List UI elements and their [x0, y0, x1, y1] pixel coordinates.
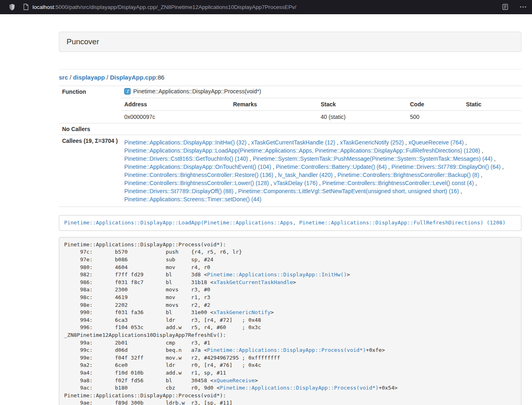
function-detail-table: Address Remarks Stack Code Static 0x0000… [121, 98, 521, 123]
col-stack: Stack [317, 98, 407, 111]
callee-link[interactable]: Pinetime::Drivers::St7789::DisplayOff() … [124, 188, 233, 194]
asm-symbol-link[interactable]: Pinetime::Applications::DisplayApp::Init… [207, 271, 347, 278]
callee-link[interactable]: Pinetime::Controllers::BrightnessControl… [337, 172, 479, 178]
address-value: 0x0000097c [121, 111, 230, 123]
col-remarks: Remarks [230, 98, 317, 111]
address-bar[interactable]: localhost:5000/path/src/displayapp/Displ… [32, 4, 296, 10]
snippet-box: Pinetime::Applications::DisplayApp::Load… [59, 215, 521, 231]
function-detail-cell: Address Remarks Stack Code Static 0x0000… [121, 98, 521, 123]
snippet-link[interactable]: Pinetime::Applications::DisplayApp::Load… [64, 220, 506, 226]
callee-link[interactable]: Pinetime::Applications::DisplayApp::OnTo… [124, 164, 271, 170]
disassembly-code: Pinetime::Applications::DisplayApp::Proc… [59, 237, 521, 405]
url-path: :5000/path/src/displayapp/DisplayApp.cpp… [54, 4, 296, 10]
static-value [463, 111, 521, 123]
callee-link[interactable]: Pinetime::Drivers::St7789::DisplayOn() (… [392, 164, 501, 170]
callee-link[interactable]: lv_task_handler (420) [278, 172, 333, 178]
page-title: Puncover [67, 37, 99, 46]
callee-link[interactable]: Pinetime::Applications::Screens::Timer::… [124, 196, 261, 202]
callee-link[interactable]: xTaskGenericNotify (252) [340, 139, 404, 146]
code-value: 500 [407, 111, 463, 123]
callee-link[interactable]: xQueueReceive (764) [409, 139, 464, 146]
breadcrumb-link[interactable]: src [59, 74, 68, 81]
breadcrumb: src / displayapp / DisplayApp.cpp:86 [59, 74, 521, 81]
page-content: Puncover src / displayapp / DisplayApp.c… [59, 32, 521, 405]
tracking-protection-shield-icon[interactable] [9, 4, 15, 11]
breadcrumb-separator: / [105, 74, 110, 81]
no-callers-cell [121, 123, 521, 135]
col-address: Address [121, 98, 230, 111]
breadcrumb-link[interactable]: displayapp [73, 74, 105, 81]
callee-link[interactable]: xTaskGetCurrentTaskHandle (12) [251, 139, 335, 146]
function-label: Function [59, 86, 121, 123]
callee-link[interactable]: Pinetime::Drivers::Cst816S::GetTouchInfo… [124, 155, 248, 162]
stack-value: 40 (static) [317, 111, 407, 123]
callee-link[interactable]: Pinetime::Controllers::BrightnessControl… [124, 180, 269, 186]
callee-link[interactable]: Pinetime::System::SystemTask::PushMessag… [253, 155, 493, 162]
callees-cell: Pinetime::Applications::DisplayApp::Init… [121, 135, 521, 207]
function-icon: f [124, 88, 131, 96]
breadcrumb-link[interactable]: DisplayApp.cpp [110, 74, 156, 81]
col-static: Static [463, 98, 521, 111]
asm-symbol-link[interactable]: xTaskGetCurrentTaskHandle [213, 279, 293, 285]
function-name: Pinetime::Applications::DisplayApp::Proc… [133, 88, 261, 95]
callee-link[interactable]: Pinetime::Controllers::BrightnessControl… [124, 172, 273, 178]
url-host: localhost [32, 4, 54, 10]
no-callers-label: No Callers [59, 123, 121, 135]
asm-symbol-link[interactable]: xTaskGenericNotify [213, 309, 271, 315]
overflow-menu-icon[interactable] [520, 6, 526, 8]
page-icon [23, 4, 29, 10]
reader-view-icon[interactable] [502, 4, 508, 10]
breadcrumb-separator: / [68, 74, 73, 81]
asm-symbol-link[interactable]: xQueueReceive [213, 377, 255, 383]
callee-link[interactable]: Pinetime::Controllers::Battery::Update()… [276, 164, 387, 170]
remarks-value [230, 111, 317, 123]
asm-symbol-link[interactable]: Pinetime::Applications::DisplayApp::Proc… [207, 347, 366, 353]
callee-link[interactable]: Pinetime::Applications::DisplayApp::Init… [124, 139, 246, 146]
function-name-cell: f Pinetime::Applications::DisplayApp::Pr… [121, 86, 521, 98]
callee-link[interactable]: Pinetime::Applications::DisplayApp::Load… [124, 147, 480, 154]
callee-link[interactable]: Pinetime::Controllers::BrightnessControl… [322, 180, 474, 186]
app-title-panel: Puncover [59, 32, 521, 52]
browser-toolbar: localhost:5000/path/src/displayapp/Displ… [0, 0, 532, 14]
col-code: Code [407, 98, 463, 111]
callees-label: Callees (19, Σ=3704 ) [59, 135, 121, 207]
breadcrumb-line-number: :86 [156, 74, 164, 81]
function-table: Function f Pinetime::Applications::Displ… [59, 86, 521, 207]
divider [59, 69, 521, 69]
callee-link[interactable]: Pinetime::Components::LittleVgl::SetNewT… [238, 188, 459, 194]
asm-symbol-link[interactable]: Pinetime::Applications::DisplayApp::Proc… [220, 385, 379, 391]
callee-link[interactable]: vTaskDelay (176) [274, 180, 317, 186]
